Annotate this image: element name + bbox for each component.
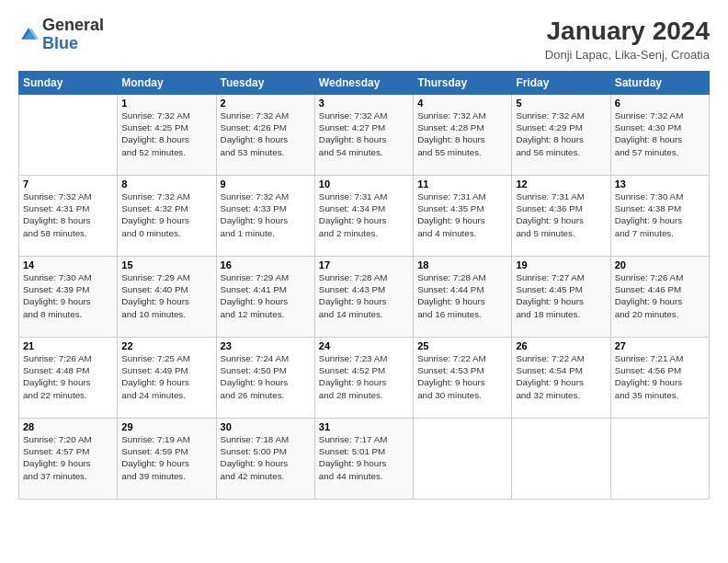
month-year-title: January 2024 [545, 17, 710, 46]
day-info: Sunrise: 7:18 AMSunset: 5:00 PMDaylight:… [221, 433, 311, 482]
day-number: 29 [121, 421, 211, 432]
day-info: Sunrise: 7:32 AMSunset: 4:27 PMDaylight:… [319, 109, 409, 158]
day-info: Sunrise: 7:24 AMSunset: 4:50 PMDaylight:… [221, 352, 311, 401]
table-row: 31Sunrise: 7:17 AMSunset: 5:01 PMDayligh… [314, 419, 413, 500]
day-info: Sunrise: 7:28 AMSunset: 4:43 PMDaylight:… [319, 271, 409, 320]
table-row: 19Sunrise: 7:27 AMSunset: 4:45 PMDayligh… [512, 257, 610, 338]
day-number: 28 [23, 421, 113, 432]
table-row: 20Sunrise: 7:26 AMSunset: 4:46 PMDayligh… [610, 257, 709, 338]
day-info: Sunrise: 7:26 AMSunset: 4:46 PMDaylight:… [615, 271, 705, 320]
day-number: 22 [121, 340, 211, 351]
table-row: 10Sunrise: 7:31 AMSunset: 4:34 PMDayligh… [314, 176, 413, 257]
day-number: 7 [23, 178, 113, 190]
table-row: 14Sunrise: 7:30 AMSunset: 4:39 PMDayligh… [19, 257, 118, 338]
day-info: Sunrise: 7:27 AMSunset: 4:45 PMDaylight:… [516, 271, 606, 320]
day-info: Sunrise: 7:30 AMSunset: 4:38 PMDaylight:… [615, 190, 705, 239]
day-number: 1 [121, 98, 211, 109]
table-row: 1Sunrise: 7:32 AMSunset: 4:25 PMDaylight… [118, 95, 216, 176]
header: General Blue January 2024 Donji Lapac, L… [18, 17, 710, 62]
table-row: 2Sunrise: 7:32 AMSunset: 4:26 PMDaylight… [216, 95, 314, 176]
logo-blue-text: Blue [42, 34, 78, 52]
day-number: 9 [221, 178, 311, 190]
day-info: Sunrise: 7:32 AMSunset: 4:30 PMDaylight:… [615, 109, 705, 158]
calendar-table: Sunday Monday Tuesday Wednesday Thursday… [18, 71, 710, 500]
day-info: Sunrise: 7:31 AMSunset: 4:34 PMDaylight:… [319, 190, 409, 239]
day-number: 18 [417, 259, 507, 270]
day-number: 25 [417, 340, 507, 351]
table-row: 15Sunrise: 7:29 AMSunset: 4:40 PMDayligh… [118, 257, 216, 338]
day-number: 16 [221, 259, 311, 270]
table-row: 30Sunrise: 7:18 AMSunset: 5:00 PMDayligh… [216, 419, 314, 500]
day-number: 14 [23, 259, 113, 270]
day-info: Sunrise: 7:32 AMSunset: 4:28 PMDaylight:… [417, 109, 507, 158]
day-number: 24 [319, 340, 409, 351]
table-row [512, 419, 610, 500]
table-row: 27Sunrise: 7:21 AMSunset: 4:56 PMDayligh… [610, 338, 709, 419]
day-number: 11 [417, 178, 507, 190]
table-row: 23Sunrise: 7:24 AMSunset: 4:50 PMDayligh… [216, 338, 314, 419]
day-info: Sunrise: 7:32 AMSunset: 4:32 PMDaylight:… [121, 190, 211, 239]
day-number: 20 [615, 259, 705, 270]
logo-icon [18, 25, 39, 45]
table-row [414, 419, 512, 500]
day-number: 30 [221, 421, 311, 432]
location-text: Donji Lapac, Lika-Senj, Croatia [545, 48, 710, 62]
table-row: 11Sunrise: 7:31 AMSunset: 4:35 PMDayligh… [414, 176, 512, 257]
day-number: 23 [221, 340, 311, 351]
day-info: Sunrise: 7:32 AMSunset: 4:33 PMDaylight:… [221, 190, 311, 239]
calendar-week-row: 7Sunrise: 7:32 AMSunset: 4:31 PMDaylight… [19, 176, 710, 257]
header-saturday: Saturday [610, 72, 709, 95]
day-info: Sunrise: 7:19 AMSunset: 4:59 PMDaylight:… [121, 433, 211, 482]
table-row: 21Sunrise: 7:26 AMSunset: 4:48 PMDayligh… [19, 338, 118, 419]
day-info: Sunrise: 7:29 AMSunset: 4:40 PMDaylight:… [121, 271, 211, 320]
header-friday: Friday [512, 72, 610, 95]
day-info: Sunrise: 7:28 AMSunset: 4:44 PMDaylight:… [417, 271, 507, 320]
table-row: 7Sunrise: 7:32 AMSunset: 4:31 PMDaylight… [19, 176, 118, 257]
header-sunday: Sunday [19, 72, 118, 95]
day-info: Sunrise: 7:22 AMSunset: 4:54 PMDaylight:… [516, 352, 606, 401]
table-row: 8Sunrise: 7:32 AMSunset: 4:32 PMDaylight… [118, 176, 216, 257]
day-number: 21 [23, 340, 113, 351]
table-row: 4Sunrise: 7:32 AMSunset: 4:28 PMDaylight… [414, 95, 512, 176]
day-info: Sunrise: 7:21 AMSunset: 4:56 PMDaylight:… [615, 352, 705, 401]
header-tuesday: Tuesday [216, 72, 314, 95]
day-number: 12 [516, 178, 606, 190]
day-info: Sunrise: 7:17 AMSunset: 5:01 PMDaylight:… [319, 433, 409, 482]
day-info: Sunrise: 7:32 AMSunset: 4:29 PMDaylight:… [516, 109, 606, 158]
table-row: 9Sunrise: 7:32 AMSunset: 4:33 PMDaylight… [216, 176, 314, 257]
day-info: Sunrise: 7:29 AMSunset: 4:41 PMDaylight:… [221, 271, 311, 320]
day-number: 26 [516, 340, 606, 351]
table-row: 16Sunrise: 7:29 AMSunset: 4:41 PMDayligh… [216, 257, 314, 338]
day-info: Sunrise: 7:31 AMSunset: 4:35 PMDaylight:… [417, 190, 507, 239]
day-number: 19 [516, 259, 606, 270]
day-number: 3 [319, 98, 409, 109]
table-row: 22Sunrise: 7:25 AMSunset: 4:49 PMDayligh… [118, 338, 216, 419]
day-number: 13 [615, 178, 705, 190]
day-info: Sunrise: 7:32 AMSunset: 4:26 PMDaylight:… [221, 109, 311, 158]
day-info: Sunrise: 7:31 AMSunset: 4:36 PMDaylight:… [516, 190, 606, 239]
day-info: Sunrise: 7:23 AMSunset: 4:52 PMDaylight:… [319, 352, 409, 401]
header-thursday: Thursday [414, 72, 512, 95]
day-info: Sunrise: 7:20 AMSunset: 4:57 PMDaylight:… [23, 433, 113, 482]
day-number: 27 [615, 340, 705, 351]
calendar-week-row: 28Sunrise: 7:20 AMSunset: 4:57 PMDayligh… [19, 419, 710, 500]
header-wednesday: Wednesday [314, 72, 413, 95]
table-row: 5Sunrise: 7:32 AMSunset: 4:29 PMDaylight… [512, 95, 610, 176]
day-info: Sunrise: 7:32 AMSunset: 4:31 PMDaylight:… [23, 190, 113, 239]
header-monday: Monday [118, 72, 216, 95]
table-row: 24Sunrise: 7:23 AMSunset: 4:52 PMDayligh… [314, 338, 413, 419]
day-info: Sunrise: 7:26 AMSunset: 4:48 PMDaylight:… [23, 352, 113, 401]
day-info: Sunrise: 7:25 AMSunset: 4:49 PMDaylight:… [121, 352, 211, 401]
day-info: Sunrise: 7:32 AMSunset: 4:25 PMDaylight:… [121, 109, 211, 158]
calendar-week-row: 1Sunrise: 7:32 AMSunset: 4:25 PMDaylight… [19, 95, 710, 176]
day-number: 15 [121, 259, 211, 270]
calendar-header-row: Sunday Monday Tuesday Wednesday Thursday… [19, 72, 710, 95]
logo: General Blue [18, 17, 104, 53]
calendar-week-row: 14Sunrise: 7:30 AMSunset: 4:39 PMDayligh… [19, 257, 710, 338]
table-row [610, 419, 709, 500]
day-number: 2 [221, 98, 311, 109]
table-row: 26Sunrise: 7:22 AMSunset: 4:54 PMDayligh… [512, 338, 610, 419]
table-row: 17Sunrise: 7:28 AMSunset: 4:43 PMDayligh… [314, 257, 413, 338]
day-info: Sunrise: 7:22 AMSunset: 4:53 PMDaylight:… [417, 352, 507, 401]
logo-general-text: General [42, 16, 104, 34]
